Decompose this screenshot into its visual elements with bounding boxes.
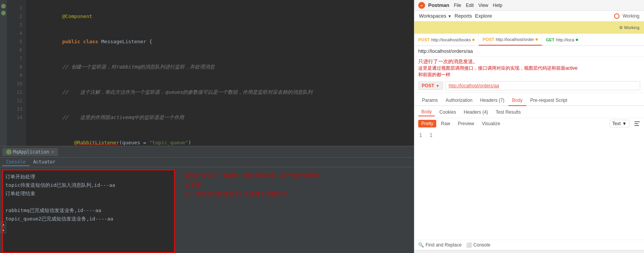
console-area: 订单开始处理 topic待发送短信的id已加入消息队列,id---aa 订单处理… bbox=[0, 167, 414, 253]
ftab-preview[interactable]: Preview bbox=[455, 120, 477, 127]
bottom-tools: 🔍 Find and Replace ⬜ Console bbox=[414, 240, 644, 250]
rtab-testresults[interactable]: Test Results bbox=[493, 108, 524, 116]
req-tab-1[interactable]: POST http://localhost/books bbox=[414, 34, 479, 46]
text-chevron: ▼ bbox=[622, 121, 627, 126]
menu-help[interactable]: Help bbox=[493, 3, 503, 8]
sidebar-icon-1 bbox=[1, 4, 6, 8]
nav-explore[interactable]: Explore bbox=[475, 13, 492, 19]
url-label-2: http://localhost/order bbox=[496, 37, 534, 42]
postman-scrollbar[interactable] bbox=[414, 250, 644, 253]
method-label-2: POST bbox=[483, 37, 494, 42]
text-format-selector[interactable]: Text ▼ bbox=[610, 120, 629, 127]
ln-5: 5 bbox=[20, 38, 25, 46]
ln-12: 12 bbox=[17, 96, 25, 105]
menu-view[interactable]: View bbox=[478, 3, 488, 8]
console-line-3: 订单处理结束 bbox=[5, 189, 172, 198]
dot-1 bbox=[472, 39, 475, 41]
ptab-body[interactable]: Body bbox=[508, 95, 526, 106]
url-input-bar: POST ▼ http://localhost/orders/aa bbox=[414, 79, 644, 93]
text-selector-label: Text bbox=[612, 121, 621, 126]
ptab-prerequest[interactable]: Pre-request Script bbox=[526, 95, 571, 106]
ln-8: 8 bbox=[20, 63, 25, 71]
postman-panel: ✉ Postman File Edit View Help Workspaces… bbox=[414, 0, 644, 253]
ln-6: 6 bbox=[20, 46, 25, 54]
code-line-4: // 这个注解，将此方法作为一个监听器，queues的参数值可以是一个数组，作用… bbox=[29, 80, 411, 105]
workspaces-label: Workspaces bbox=[419, 13, 446, 19]
url-display-text: http://localhost/orders/aa bbox=[418, 48, 473, 54]
dot-3 bbox=[576, 39, 578, 41]
bottom-panel: MqApplication × Console Actuator 订单开始处理 … bbox=[0, 146, 414, 253]
ln-9: 9 bbox=[20, 71, 25, 80]
ptab-auth[interactable]: Authorization bbox=[442, 95, 476, 106]
comment-line-3: 和前面的都一样 bbox=[418, 72, 640, 78]
nav-workspaces[interactable]: Workspaces ▼ bbox=[419, 13, 452, 19]
ln-4: 4 bbox=[20, 29, 25, 38]
scroll-buttons: ▲ ▼ bbox=[0, 221, 7, 234]
nav-reports[interactable]: Reports bbox=[455, 13, 472, 19]
url-input-value: http://localhost/orders/aa bbox=[449, 83, 499, 88]
scroll-up-btn[interactable]: ▲ bbox=[1, 222, 6, 227]
menu-file[interactable]: File bbox=[454, 3, 461, 8]
console-line-5: rabbitmq已完成短信发送业务,id----aa bbox=[5, 206, 172, 215]
code-editor: 1 2 3 4 5 6 7 8 9 10 11 12 13 14 @Compon… bbox=[0, 0, 414, 253]
url-label-3: http://loca bbox=[556, 38, 575, 42]
url-display-value: http://localhost/orders/aa bbox=[418, 48, 473, 54]
postman-request-tabs: Params Authorization Headers (7) Body Pr… bbox=[414, 93, 644, 106]
app-tab-mq[interactable]: MqApplication × bbox=[2, 148, 58, 156]
format-icon[interactable] bbox=[634, 121, 640, 127]
postman-titlebar: ✉ Postman File Edit View Help bbox=[414, 0, 644, 11]
workspaces-chevron: ▼ bbox=[448, 14, 452, 18]
code-text-3: // 创建一个监听器，对rabbitmq的消息队列进行监听，并处理消息 bbox=[29, 54, 411, 80]
code-line-3: // 创建一个监听器，对rabbitmq的消息队列进行监听，并处理消息 bbox=[29, 54, 411, 80]
postman-nav: Workspaces ▼ Reports Explore Working bbox=[414, 11, 644, 21]
find-replace-btn[interactable]: 🔍 Find and Replace bbox=[418, 242, 462, 248]
method-label-3: GET bbox=[546, 38, 555, 42]
ln-14: 14 bbox=[17, 113, 25, 122]
working-bar-text: ⚙ Working bbox=[619, 25, 639, 30]
method-label-1: POST bbox=[418, 38, 430, 42]
ftab-visualize[interactable]: Visualize bbox=[479, 120, 503, 127]
tab-console[interactable]: Console bbox=[2, 158, 30, 166]
code-line-5: // 这里的作用跟activemq中的监听器是一个作用 bbox=[29, 105, 411, 130]
ln-10: 10 bbox=[17, 80, 25, 88]
find-label: Find and Replace bbox=[426, 242, 462, 248]
comment-line-2: 这里是通过视图层调用接口，接口调用对应的实现，视图层代码还和前面active bbox=[418, 65, 640, 72]
postman-menu: File Edit View Help bbox=[454, 3, 503, 8]
app-tab-close[interactable]: × bbox=[51, 149, 54, 155]
ln-2: 2 bbox=[20, 12, 25, 21]
scroll-down-btn[interactable]: ▼ bbox=[1, 228, 6, 233]
url-label-1: http://localhost/books bbox=[431, 38, 471, 42]
app-icon bbox=[6, 149, 12, 155]
ptab-headers[interactable]: Headers (7) bbox=[476, 95, 508, 106]
ln-7: 7 bbox=[20, 54, 25, 63]
ftab-raw[interactable]: Raw bbox=[438, 120, 453, 127]
method-chevron: ▼ bbox=[436, 84, 440, 88]
ln-1: 1 bbox=[20, 4, 25, 12]
url-input[interactable]: http://localhost/orders/aa bbox=[445, 81, 640, 90]
ftab-pretty[interactable]: Pretty bbox=[418, 120, 436, 127]
req-tab-3[interactable]: GET http://loca bbox=[542, 34, 582, 46]
menu-edit[interactable]: Edit bbox=[466, 3, 474, 8]
method-value: POST bbox=[422, 83, 434, 88]
console-label: Console bbox=[473, 242, 490, 248]
ln-3: 3 bbox=[20, 21, 25, 29]
comment-line-1: 只进行了一次的消息发送。 bbox=[418, 58, 640, 65]
console-icon: ⬜ bbox=[466, 242, 472, 248]
ptab-params[interactable]: Params bbox=[418, 95, 442, 106]
working-label: Working bbox=[623, 13, 639, 19]
working-bar: ⚙ Working bbox=[414, 21, 644, 34]
console-btn[interactable]: ⬜ Console bbox=[466, 242, 490, 248]
req-tab-2[interactable]: POST http://localhost/order bbox=[479, 34, 542, 46]
tab-actuator[interactable]: Actuator bbox=[30, 158, 59, 166]
format-tabs: Pretty Raw Preview Visualize Text ▼ bbox=[414, 118, 644, 129]
method-selector[interactable]: POST ▼ bbox=[418, 82, 443, 90]
ln-11: 11 bbox=[17, 88, 25, 96]
rtab-headers[interactable]: Headers (4) bbox=[461, 108, 491, 116]
rtab-body[interactable]: Body bbox=[418, 108, 435, 116]
tab-actuator-label: Actuator bbox=[33, 159, 56, 165]
code-text-5: // 这里的作用跟activemq中的监听器是一个作用 bbox=[29, 105, 411, 130]
response-body: 1 1 bbox=[414, 129, 644, 141]
rtab-cookies[interactable]: Cookies bbox=[436, 108, 459, 116]
postman-title: Postman bbox=[428, 2, 449, 8]
console-line-4 bbox=[5, 198, 172, 206]
